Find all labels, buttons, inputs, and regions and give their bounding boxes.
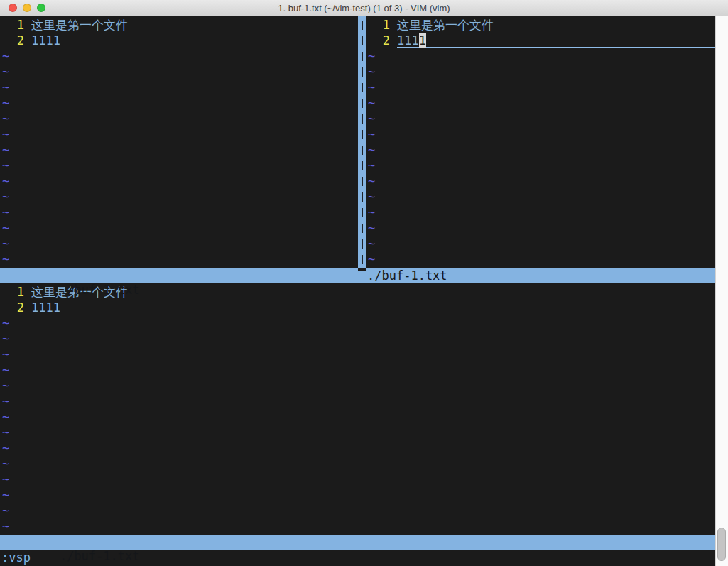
separator-dash-icon — [362, 130, 363, 139]
statusline-filename-left: ./buf-1.txt — [58, 283, 140, 297]
macvim-window: 1. buf-1.txt (~/vim-test) (1 of 3) - VIM… — [0, 0, 728, 566]
separator-dash-icon — [362, 67, 363, 77]
separator-row — [358, 142, 366, 158]
line-text: 1111 — [397, 33, 715, 48]
buffer-line[interactable]: 21111 — [0, 300, 715, 315]
empty-line-tilde: ~ — [0, 126, 358, 142]
empty-line-tilde: ~ — [366, 142, 715, 158]
empty-line-tilde: ~ — [0, 503, 715, 518]
separator-row — [358, 189, 366, 205]
empty-line-tilde: ~ — [366, 80, 715, 95]
separator-row — [358, 173, 366, 189]
separator-dash-icon — [362, 146, 363, 155]
empty-line-tilde: ~ — [0, 95, 358, 111]
empty-line-tilde: ~ — [366, 111, 715, 126]
separator-row — [358, 205, 366, 220]
separator-dash-icon — [362, 224, 363, 233]
separator-row — [358, 251, 366, 267]
buffer-line[interactable]: 21111 — [366, 33, 715, 48]
separator-row — [358, 236, 366, 251]
separator-row — [358, 111, 366, 126]
vim-shell: 1这里是第一个文件21111~~~~~~~~~~~~~~ 1这里是第一个文件21… — [0, 16, 728, 566]
separator-dash-icon — [362, 239, 363, 249]
empty-line-tilde: ~ — [366, 158, 715, 173]
empty-line-tilde: ~ — [366, 189, 715, 205]
statusline-filename-right: ./buf-1.txt — [366, 268, 447, 283]
separator-dash-icon — [362, 99, 363, 108]
scrollbar-track[interactable] — [715, 16, 728, 566]
empty-line-tilde: ~ — [0, 409, 715, 425]
vertical-separator[interactable] — [358, 16, 366, 268]
buffer-line[interactable]: 21111 — [0, 33, 358, 48]
separator-dash-icon — [362, 161, 363, 170]
separator-row — [358, 33, 366, 48]
empty-line-tilde: ~ — [0, 378, 715, 393]
empty-line-tilde: ~ — [0, 220, 358, 236]
empty-line-tilde: ~ — [0, 64, 358, 80]
line-number: 1 — [366, 17, 390, 33]
separator-row — [358, 95, 366, 111]
separator-dash-icon — [362, 177, 363, 186]
buffer-line[interactable]: 1这里是第一个文件 — [366, 17, 715, 33]
separator-row — [358, 80, 366, 95]
empty-line-tilde: ~ — [366, 173, 715, 189]
window-title: 1. buf-1.txt (~/vim-test) (1 of 3) - VIM… — [0, 3, 728, 13]
statusline-filename-bottom: ./buf-1.txt — [58, 549, 140, 563]
line-text: 这里是第一个文件 — [397, 17, 494, 33]
empty-line-tilde: ~ — [0, 48, 358, 64]
separator-dash-icon — [362, 83, 363, 92]
separator-dash-icon — [362, 36, 363, 45]
separator-notch — [358, 268, 366, 271]
empty-line-tilde: ~ — [0, 251, 358, 267]
empty-line-tilde: ~ — [0, 440, 715, 456]
separator-dash-icon — [362, 114, 363, 124]
empty-line-tilde: ~ — [0, 518, 715, 534]
line-number: 2 — [366, 33, 390, 48]
separator-dash-icon — [362, 192, 363, 202]
empty-line-tilde: ~ — [0, 347, 715, 362]
empty-line-tilde: ~ — [0, 158, 358, 173]
buffer-window-top-left[interactable]: 1这里是第一个文件21111~~~~~~~~~~~~~~ — [0, 16, 358, 268]
empty-line-tilde: ~ — [0, 331, 715, 347]
empty-line-tilde: ~ — [366, 251, 715, 267]
empty-line-tilde: ~ — [0, 142, 358, 158]
empty-line-tilde: ~ — [0, 393, 715, 409]
empty-line-tilde: ~ — [366, 64, 715, 80]
separator-row — [358, 48, 366, 64]
empty-line-tilde: ~ — [366, 236, 715, 251]
separator-row — [358, 220, 366, 236]
separator-dash-icon — [362, 208, 363, 217]
empty-line-tilde: ~ — [366, 205, 715, 220]
empty-line-tilde: ~ — [0, 315, 715, 331]
buffer-window-bottom[interactable]: 1这里是第一个文件21111~~~~~~~~~~~~~~ — [0, 283, 715, 535]
empty-line-tilde: ~ — [0, 80, 358, 95]
empty-line-tilde: ~ — [0, 205, 358, 220]
titlebar: 1. buf-1.txt (~/vim-test) (1 of 3) - VIM… — [0, 0, 728, 16]
scrollbar-thumb[interactable] — [717, 528, 726, 561]
buffer-line[interactable]: 1这里是第一个文件 — [0, 17, 358, 33]
empty-line-tilde: ~ — [366, 220, 715, 236]
empty-line-tilde: ~ — [366, 48, 715, 64]
separator-row — [358, 126, 366, 142]
empty-line-tilde: ~ — [0, 189, 358, 205]
separator-dash-icon — [362, 255, 363, 264]
empty-line-tilde: ~ — [0, 487, 715, 503]
line-number: 1 — [0, 17, 24, 33]
empty-line-tilde: ~ — [0, 456, 715, 472]
separator-row — [358, 158, 366, 173]
top-splits: 1这里是第一个文件21111~~~~~~~~~~~~~~ 1这里是第一个文件21… — [0, 16, 715, 268]
separator-row — [358, 17, 366, 33]
statusline-top[interactable]: ./buf-1.txt ./buf-1.txt — [0, 268, 715, 283]
empty-line-tilde: ~ — [0, 362, 715, 378]
empty-line-tilde: ~ — [0, 236, 358, 251]
empty-line-tilde: ~ — [0, 111, 358, 126]
empty-line-tilde: ~ — [0, 173, 358, 189]
cursor-block: 1 — [419, 33, 426, 48]
empty-line-tilde: ~ — [366, 126, 715, 142]
separator-row — [358, 64, 366, 80]
vim-main: 1这里是第一个文件21111~~~~~~~~~~~~~~ 1这里是第一个文件21… — [0, 16, 715, 566]
statusline-bottom[interactable]: ./buf-1.txt — [0, 535, 715, 550]
line-text: 1111 — [31, 33, 60, 48]
buffer-window-top-right-active[interactable]: 1这里是第一个文件21111~~~~~~~~~~~~~~ — [366, 16, 715, 268]
line-text: 这里是第一个文件 — [31, 17, 128, 33]
